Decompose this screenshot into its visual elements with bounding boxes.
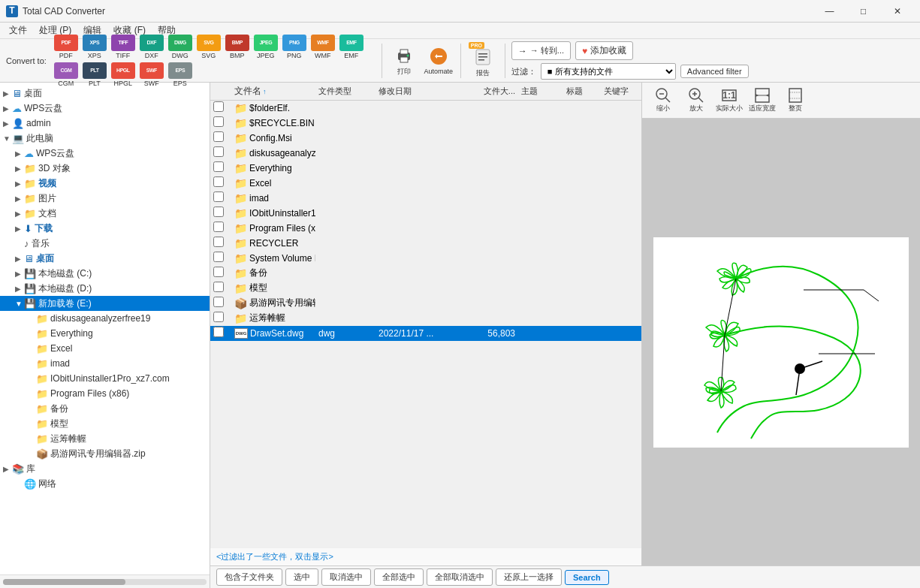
tree-item-drive-d[interactable]: ▶ 💾 本地磁盘 (D:) [0, 281, 210, 296]
row-checkbox[interactable] [213, 191, 224, 202]
zoom-out-button[interactable]: 缩小 [648, 86, 678, 115]
row-checkbox[interactable] [213, 312, 224, 322]
file-row-everything[interactable]: 📁 Everything [210, 161, 641, 176]
format-bmp-button[interactable]: BMP BMP [224, 34, 251, 60]
format-pdf-button[interactable]: PDF PDF [53, 34, 80, 60]
format-swf-button[interactable]: SWF SWF [138, 62, 165, 88]
tree-item-iobit[interactable]: 📁 IObitUninstaller1Pro_xz7.com [0, 371, 210, 386]
header-keyword[interactable]: 关键字 [601, 86, 638, 97]
menu-file[interactable]: 文件 [3, 23, 33, 38]
format-png-button[interactable]: PNG PNG [281, 34, 308, 60]
header-modified[interactable]: 修改日期 [376, 86, 458, 97]
file-row-drawset[interactable]: DWG DrawSet.dwg dwg 2022/11/17 ... 56,80… [210, 326, 641, 341]
tree-item-programfiles[interactable]: 📁 Program Files (x86) [0, 386, 210, 401]
filter-select[interactable]: ■ 所有支持的文件 [541, 63, 676, 80]
format-emf-button[interactable]: EMF EMF [338, 34, 365, 60]
filter-notice[interactable]: <过滤出了一些文件，双击显示> [210, 547, 641, 565]
tree-item-imad[interactable]: 📁 imad [0, 356, 210, 371]
format-eps-button[interactable]: EPS EPS [167, 62, 194, 88]
format-hpgl-button[interactable]: HPGL HPGL [110, 62, 137, 88]
tree-item-zip-child[interactable]: 📦 易游网讯专用编辑器.zip [0, 446, 210, 461]
format-svg-button[interactable]: SVG SVG [195, 34, 222, 60]
advanced-filter-button[interactable]: Advanced filter [680, 65, 749, 78]
tree-item-drive-e[interactable]: ▼ 💾 新加载卷 (E:) [0, 296, 210, 311]
row-checkbox[interactable] [213, 207, 224, 217]
tree-item-downloads[interactable]: ▶ ⬇ 下载 [0, 221, 210, 236]
tree-hscrollbar[interactable] [3, 579, 207, 585]
maximize-button[interactable]: □ [846, 0, 880, 23]
format-cgm-button[interactable]: CGM CGM [53, 62, 80, 88]
row-checkbox[interactable] [213, 327, 224, 337]
row-checkbox[interactable] [213, 282, 224, 292]
tree-item-3d[interactable]: ▶ 📁 3D 对象 [0, 161, 210, 176]
format-xps-button[interactable]: XPS XPS [81, 34, 108, 60]
minimize-button[interactable]: — [813, 0, 846, 23]
fit-page-button[interactable]: 整页 [780, 86, 810, 115]
tree-item-drive-c[interactable]: ▶ 💾 本地磁盘 (C:) [0, 266, 210, 281]
select-button[interactable]: 选中 [285, 568, 318, 586]
tree-hscrollbar-thumb[interactable] [3, 579, 125, 585]
tree-item-wps-child[interactable]: ▶ ☁ WPS云盘 [0, 146, 210, 161]
format-dwg-button[interactable]: DWG DWG [167, 34, 194, 60]
tree-item-backup[interactable]: 📁 备份 [0, 401, 210, 416]
file-row[interactable]: 📁 RECYCLER [210, 236, 641, 251]
include-subfolders-button[interactable]: 包含子文件夹 [216, 568, 282, 586]
header-title[interactable]: 标题 [563, 86, 601, 97]
tree-item-everything[interactable]: 📁 Everything [0, 326, 210, 341]
file-row[interactable]: 📁 Config.Msi [210, 131, 641, 146]
header-filesize[interactable]: 文件大... [458, 86, 518, 97]
row-checkbox[interactable] [213, 267, 224, 277]
tree-item-pictures[interactable]: ▶ 📁 图片 [0, 191, 210, 206]
file-row[interactable]: 📁 Program Files (x86) [210, 221, 641, 236]
header-subject[interactable]: 主题 [518, 86, 563, 97]
file-list-body[interactable]: 📁 $folderElf. [210, 101, 641, 547]
tree-item-desktop-child[interactable]: ▶ 🖥 桌面 [0, 251, 210, 266]
file-row[interactable]: 📁 $folderElf. [210, 101, 641, 116]
restore-button[interactable]: 还原上一选择 [496, 568, 562, 586]
file-row[interactable]: 📁 IObitUninstaller1Pro_xz7.com [210, 206, 641, 221]
format-plt-button[interactable]: PLT PLT [81, 62, 108, 88]
report-button[interactable]: PRO 报告 [467, 42, 499, 80]
format-tiff-button[interactable]: TIFF TIFF [110, 34, 137, 60]
add-favorite-button[interactable]: ♥ 添加收藏 [575, 41, 633, 60]
zoom-in-button[interactable]: 放大 [681, 86, 711, 115]
row-checkbox[interactable] [213, 237, 224, 247]
tree-item-yunzong[interactable]: 📁 运筹帷幄 [0, 431, 210, 446]
file-row[interactable]: 📁 模型 [210, 281, 641, 296]
print-button[interactable]: 打印 [388, 44, 420, 78]
row-checkbox[interactable] [213, 146, 224, 157]
file-row[interactable]: 📁 System Volume Information [210, 251, 641, 266]
tree-item-model[interactable]: 📁 模型 [0, 416, 210, 431]
close-button[interactable]: ✕ [880, 0, 914, 23]
format-dxf-button[interactable]: DXF DXF [138, 34, 165, 60]
tree-item-wps-cloud[interactable]: ▶ ☁ WPS云盘 [0, 101, 210, 116]
deselect-all-button[interactable]: 全部取消选中 [427, 568, 493, 586]
file-row[interactable]: 📁 Excel [210, 176, 641, 191]
tree-item-library[interactable]: ▶ 📚 库 [0, 461, 210, 476]
tree-item-music[interactable]: ♪ 音乐 [0, 236, 210, 251]
file-row[interactable]: 📁 $RECYCLE.BIN [210, 116, 641, 131]
deselect-button[interactable]: 取消选中 [321, 568, 371, 586]
format-jpeg-button[interactable]: JPEG JPEG [252, 34, 279, 60]
tree-item-excel[interactable]: 📁 Excel [0, 341, 210, 356]
row-checkbox[interactable] [213, 101, 224, 112]
tree-item-admin[interactable]: ▶ 👤 admin [0, 116, 210, 131]
tree-item-this-pc[interactable]: ▼ 💻 此电脑 [0, 131, 210, 146]
fit-width-button[interactable]: 适应宽度 [747, 86, 777, 115]
file-row[interactable]: 📁 imad [210, 191, 641, 206]
automate-button[interactable]: Automate [423, 44, 454, 77]
tree-item-video[interactable]: ▶ 📁 视频 [0, 176, 210, 191]
actual-size-button[interactable]: 1:1 实际大小 [714, 86, 744, 115]
select-all-button[interactable]: 全部选中 [374, 568, 424, 586]
row-checkbox[interactable] [213, 116, 224, 127]
file-row[interactable]: 📁 备份 [210, 266, 641, 281]
file-row[interactable]: 📁 diskusageanalyzerfree19 [210, 146, 641, 161]
search-button[interactable]: Search [565, 570, 609, 585]
row-checkbox[interactable] [213, 297, 224, 307]
tree-item-network[interactable]: 🌐 网络 [0, 476, 210, 491]
tree-item-docs[interactable]: ▶ 📁 文档 [0, 206, 210, 221]
file-row[interactable]: 📁 运筹帷幄 [210, 311, 641, 326]
tree-item-diskusage[interactable]: 📁 diskusageanalyzerfree19 [0, 311, 210, 326]
file-row[interactable]: 📦 易游网讯专用编辑器.zip [210, 296, 641, 311]
row-checkbox[interactable] [213, 252, 224, 262]
